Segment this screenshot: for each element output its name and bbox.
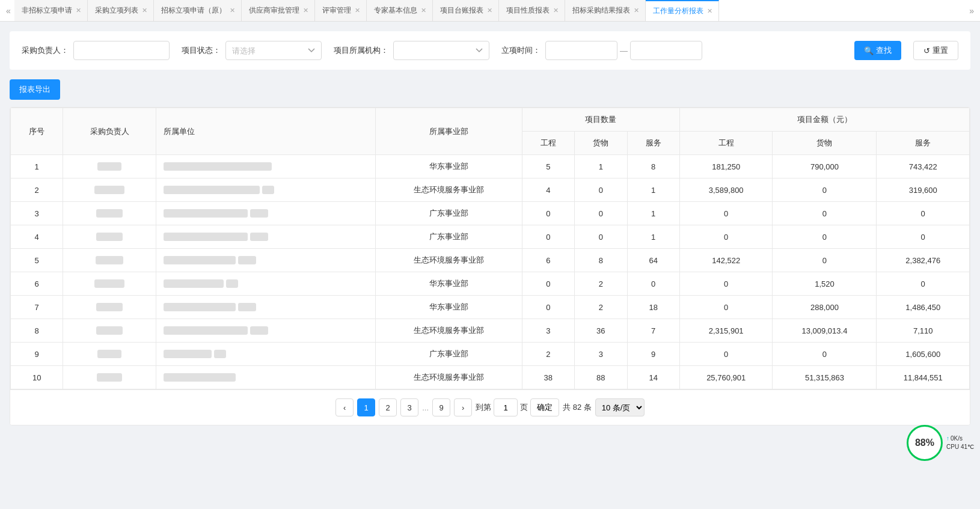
cell-amt_goods: 51,315,863 [773,366,877,389]
close-icon[interactable]: ✕ [303,7,308,14]
goto-confirm-button[interactable]: 确定 [530,398,559,416]
cell-amt_svc: 743,422 [877,155,970,178]
tab-采购立项列表[interactable]: 采购立项列表 ✕ [88,0,154,22]
dept-label: 项目所属机构： [334,45,388,56]
export-button[interactable]: 报表导出 [10,79,60,100]
cell-amt_eng: 2,315,901 [679,319,772,343]
page-3-button[interactable]: 3 [400,398,418,416]
goto-label: 到第 [476,402,491,413]
cell-amt_goods: 0 [773,343,877,366]
tab-项目台账报表[interactable]: 项目台账报表 ✕ [433,0,499,22]
table-row: 2 生态环境服务事业部4013,589,8000319,600 [11,178,970,202]
cell-qty_svc: 1 [627,202,679,225]
cell-unit [156,155,375,178]
tab-供应商审批管理[interactable]: 供应商审批管理 ✕ [242,0,315,22]
tab-招标立项申请原[interactable]: 招标立项申请（原） ✕ [154,0,242,22]
cell-amt_goods: 288,000 [773,296,877,319]
cell-seq: 5 [11,249,63,272]
cell-unit [156,366,375,389]
cell-amt_svc: 1,486,450 [877,296,970,319]
table-row: 1 华东事业部518181,250790,000743,422 [11,155,970,178]
cell-qty_eng: 0 [522,202,574,225]
status-select[interactable]: 请选择 [225,41,322,60]
filter-dept: 项目所属机构： [334,41,489,60]
cell-qty_goods: 2 [575,272,627,296]
network-speed: 0K/s [951,434,963,443]
close-icon[interactable]: ✕ [421,7,426,14]
date-range: — [545,41,702,60]
close-icon[interactable]: ✕ [355,7,360,14]
close-icon[interactable]: ✕ [553,7,559,14]
tab-项目性质报表[interactable]: 项目性质报表 ✕ [499,0,565,22]
table-row: 3 广东事业部001000 [11,202,970,225]
tab-评审管理[interactable]: 评审管理 ✕ [315,0,367,22]
search-button[interactable]: 🔍 查找 [854,41,901,60]
table-row: 8 生态环境服务事业部33672,315,90113,009,013.47,11… [11,319,970,343]
filter-buyer: 采购负责人： [22,41,170,60]
cell-qty_goods: 0 [575,178,627,202]
action-bar: 报表导出 [10,79,970,100]
cell-qty_svc: 1 [627,225,679,249]
cell-unit [156,272,375,296]
th-amt-svc: 服务 [877,132,970,155]
cell-dept: 生态环境服务事业部 [376,178,522,202]
close-icon[interactable]: ✕ [76,7,81,14]
goto-input[interactable] [494,398,518,416]
close-icon[interactable]: ✕ [487,7,492,14]
tab-招标采购结果报表[interactable]: 招标采购结果报表 ✕ [565,0,646,22]
tab-scroll-left[interactable]: « [2,6,14,16]
table-row: 7 华东事业部02180288,0001,486,450 [11,296,970,319]
date-start-input[interactable] [545,41,617,60]
prev-page-button[interactable]: ‹ [335,398,354,416]
cell-qty_eng: 5 [522,155,574,178]
cell-qty_goods: 0 [575,225,627,249]
main-content: 采购负责人： 项目状态： 请选择 项目所属机构： 立项时间： — 🔍 查找 [0,22,980,509]
tab-工作量分析报表[interactable]: 工作量分析报表 ✕ [646,0,719,22]
filter-status: 项目状态： 请选择 [182,41,322,60]
page-9-button[interactable]: 9 [432,398,450,416]
dept-select[interactable] [393,41,489,60]
page-size-select[interactable]: 10 条/页 20 条/页 50 条/页 [595,398,645,416]
cell-qty_svc: 7 [627,319,679,343]
cell-amt_eng: 142,522 [679,249,772,272]
page-ellipsis: ... [422,403,429,412]
reset-button[interactable]: ↺ 重置 [913,41,958,60]
th-seq: 序号 [11,108,63,155]
close-icon[interactable]: ✕ [707,8,712,14]
page-1-button[interactable]: 1 [357,398,375,416]
cell-qty_svc: 0 [627,272,679,296]
cell-amt_eng: 3,589,800 [679,178,772,202]
cell-dept: 广东事业部 [376,343,522,366]
cell-dept: 华东事业部 [376,272,522,296]
cell-buyer [63,343,156,366]
cell-amt_eng: 0 [679,225,772,249]
cell-amt_goods: 13,009,013.4 [773,319,877,343]
th-unit: 所属单位 [156,108,375,155]
cell-qty_eng: 6 [522,249,574,272]
cell-seq: 8 [11,319,63,343]
table-row: 10 生态环境服务事业部38881425,760,90151,315,86311… [11,366,970,389]
th-qty-eng: 工程 [522,132,574,155]
th-qty-goods: 货物 [575,132,627,155]
page-2-button[interactable]: 2 [379,398,397,416]
cell-amt_svc: 0 [877,202,970,225]
tab-scroll-right[interactable]: » [966,6,978,16]
close-icon[interactable]: ✕ [634,7,639,14]
cell-buyer [63,155,156,178]
cell-buyer [63,249,156,272]
close-icon[interactable]: ✕ [230,7,235,14]
tab-非招标立项申请[interactable]: 非招标立项申请 ✕ [14,0,88,22]
close-icon[interactable]: ✕ [142,7,147,14]
date-end-input[interactable] [630,41,702,60]
th-dept: 所属事业部 [376,108,522,155]
next-page-button[interactable]: › [454,398,472,416]
cell-seq: 10 [11,366,63,389]
th-qty-svc: 服务 [627,132,679,155]
cell-seq: 9 [11,343,63,366]
cell-buyer [63,319,156,343]
buyer-input[interactable] [73,41,170,60]
cell-unit [156,178,375,202]
filter-date: 立项时间： — [501,41,702,60]
tab-专家基本信息[interactable]: 专家基本信息 ✕ [367,0,433,22]
cell-seq: 2 [11,178,63,202]
